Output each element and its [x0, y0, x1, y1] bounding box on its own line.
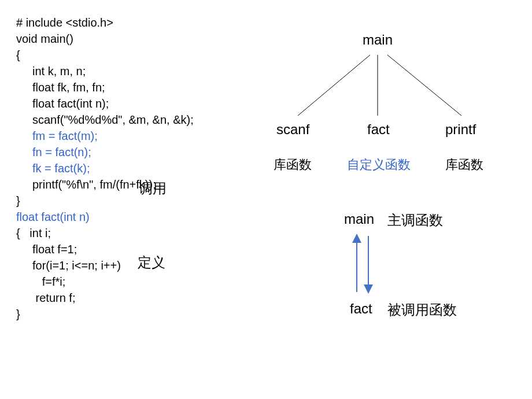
annotation-call: 调用: [139, 179, 167, 198]
code-line: printf("%f\n", fm/(fn+fk));: [16, 176, 194, 193]
code-line: # include <stdio.h>: [16, 14, 194, 31]
code-line: int k, m, n;: [16, 63, 194, 79]
code-line: fm = fact(m);: [16, 128, 194, 144]
code-line: scanf("%d%d%d", &m, &n, &k);: [16, 112, 194, 128]
code-line: }: [16, 306, 194, 322]
code-line: void main(): [16, 31, 194, 47]
call-bottom-caption: 被调用函数: [387, 301, 457, 319]
code-line: { int i;: [16, 225, 194, 241]
code-line: float fact(int n);: [16, 95, 194, 112]
code-line: }: [16, 193, 194, 209]
code-line: fk = fact(k);: [16, 160, 194, 176]
call-arrows: [335, 208, 451, 312]
caption-left: 库函数: [274, 156, 312, 173]
code-line: f=f*i;: [16, 274, 194, 290]
code-line: float fact(int n): [16, 209, 194, 225]
caption-right: 库函数: [445, 156, 483, 173]
code-line: fn = fact(n);: [16, 144, 194, 160]
code-line: for(i=1; i<=n; i++): [16, 257, 194, 274]
caption-mid: 自定义函数: [347, 156, 411, 173]
tree-leaf-printf: printf: [445, 121, 476, 138]
svg-line-2: [387, 55, 461, 116]
code-line: float f=1;: [16, 241, 194, 257]
code-block: # include <stdio.h> void main() { int k,…: [16, 14, 194, 322]
tree-leaf-fact: fact: [367, 121, 390, 138]
code-line: float fk, fm, fn;: [16, 79, 194, 95]
tree-leaf-scanf: scanf: [276, 121, 309, 138]
code-line: {: [16, 47, 194, 63]
tree-diagram: main scanf fact printf 库函数 自定义函数 库函数: [254, 23, 520, 197]
annotation-define: 定义: [138, 253, 165, 272]
call-bottom-label: fact: [350, 301, 372, 317]
call-diagram: main 主调函数 fact 被调用函数: [335, 208, 532, 324]
code-line: return f;: [16, 290, 194, 306]
svg-line-0: [298, 55, 370, 116]
